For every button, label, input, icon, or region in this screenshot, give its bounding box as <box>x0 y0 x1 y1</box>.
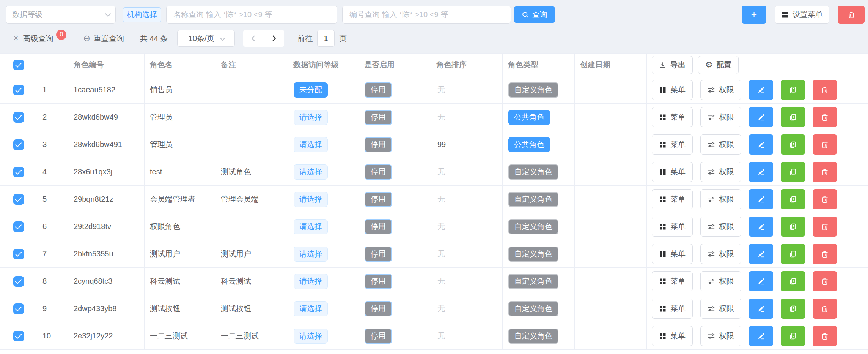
delete-button[interactable] <box>813 326 837 346</box>
copy-button[interactable] <box>781 189 805 209</box>
row-menu-button[interactable]: 菜单 <box>652 271 693 291</box>
select-all-checkbox[interactable] <box>13 60 24 70</box>
data-level-select[interactable]: 数据等级 <box>6 6 116 24</box>
row-permission-button[interactable]: 权限 <box>700 326 741 346</box>
edit-button[interactable] <box>749 244 773 264</box>
row-menu-button[interactable]: 菜单 <box>652 162 693 182</box>
page-size-select[interactable]: 10条/页 <box>177 30 235 47</box>
set-menu-button[interactable]: 设置菜单 <box>775 6 829 24</box>
copy-button[interactable] <box>781 271 805 291</box>
edit-button[interactable] <box>749 134 773 155</box>
copy-button[interactable] <box>781 80 805 100</box>
enabled-toggle-button[interactable]: 停用 <box>365 192 392 207</box>
enabled-toggle-button[interactable]: 停用 <box>365 164 392 180</box>
delete-button[interactable] <box>813 217 837 237</box>
role-type-button[interactable]: 自定义角色 <box>508 301 558 316</box>
row-menu-button[interactable]: 菜单 <box>652 217 693 237</box>
copy-button[interactable] <box>781 217 805 237</box>
access-level-button[interactable]: 请选择 <box>294 137 328 152</box>
code-search-input[interactable] <box>342 6 511 24</box>
edit-button[interactable] <box>749 299 773 319</box>
edit-button[interactable] <box>749 80 773 100</box>
enabled-toggle-button[interactable]: 停用 <box>365 274 392 289</box>
row-checkbox[interactable] <box>13 139 24 150</box>
row-permission-button[interactable]: 权限 <box>700 299 741 319</box>
enabled-toggle-button[interactable]: 停用 <box>365 137 392 152</box>
add-button[interactable]: + <box>742 6 766 24</box>
row-menu-button[interactable]: 菜单 <box>652 107 693 127</box>
edit-button[interactable] <box>749 189 773 209</box>
delete-button[interactable] <box>813 162 837 182</box>
row-menu-button[interactable]: 菜单 <box>652 326 693 346</box>
copy-button[interactable] <box>781 326 805 346</box>
edit-button[interactable] <box>749 162 773 182</box>
row-checkbox[interactable] <box>13 276 24 287</box>
edit-button[interactable] <box>749 271 773 291</box>
delete-button[interactable] <box>813 271 837 291</box>
access-level-button[interactable]: 请选择 <box>294 274 328 289</box>
delete-button[interactable] <box>813 80 837 100</box>
access-level-button[interactable]: 请选择 <box>294 110 328 125</box>
row-checkbox[interactable] <box>13 221 24 232</box>
role-type-button[interactable]: 自定义角色 <box>508 192 558 207</box>
enabled-toggle-button[interactable]: 停用 <box>365 301 392 316</box>
access-level-button[interactable]: 请选择 <box>294 329 328 344</box>
access-level-button[interactable]: 请选择 <box>294 301 328 316</box>
edit-button[interactable] <box>749 217 773 237</box>
row-permission-button[interactable]: 权限 <box>700 134 741 155</box>
reset-query-button[interactable]: ⊖ 重置查询 <box>83 33 124 44</box>
prev-page-button[interactable] <box>249 34 258 43</box>
enabled-toggle-button[interactable]: 停用 <box>365 329 392 344</box>
config-button[interactable]: ⚙ 配置 <box>698 56 739 74</box>
access-level-button[interactable]: 未分配 <box>294 82 328 98</box>
access-level-button[interactable]: 请选择 <box>294 164 328 180</box>
row-menu-button[interactable]: 菜单 <box>652 189 693 209</box>
enabled-toggle-button[interactable]: 停用 <box>365 110 392 125</box>
delete-button[interactable] <box>813 299 837 319</box>
row-checkbox[interactable] <box>13 167 24 177</box>
row-permission-button[interactable]: 权限 <box>700 189 741 209</box>
role-type-button[interactable]: 自定义角色 <box>508 329 558 344</box>
export-button[interactable]: 导出 <box>652 56 693 74</box>
role-type-button[interactable]: 自定义角色 <box>508 247 558 262</box>
role-type-button[interactable]: 公共角色 <box>508 137 550 152</box>
search-button[interactable]: 查询 <box>514 6 555 23</box>
batch-delete-button[interactable] <box>838 6 865 24</box>
access-level-button[interactable]: 请选择 <box>294 192 328 207</box>
copy-button[interactable] <box>781 162 805 182</box>
delete-button[interactable] <box>813 189 837 209</box>
row-checkbox[interactable] <box>13 85 24 95</box>
row-checkbox[interactable] <box>13 112 24 123</box>
role-type-button[interactable]: 自定义角色 <box>508 82 558 98</box>
next-page-button[interactable] <box>270 34 278 43</box>
delete-button[interactable] <box>813 107 837 127</box>
row-menu-button[interactable]: 菜单 <box>652 299 693 319</box>
name-search-input[interactable] <box>166 6 337 24</box>
org-select-button[interactable]: 机构选择 <box>123 7 161 22</box>
row-menu-button[interactable]: 菜单 <box>652 244 693 264</box>
access-level-button[interactable]: 请选择 <box>294 247 328 262</box>
role-type-button[interactable]: 公共角色 <box>508 110 550 125</box>
row-permission-button[interactable]: 权限 <box>700 162 741 182</box>
delete-button[interactable] <box>813 244 837 264</box>
enabled-toggle-button[interactable]: 停用 <box>365 82 392 98</box>
advanced-query-button[interactable]: ✳ 高级查询 0 <box>13 33 66 44</box>
copy-button[interactable] <box>781 299 805 319</box>
copy-button[interactable] <box>781 107 805 127</box>
copy-button[interactable] <box>781 134 805 155</box>
row-checkbox[interactable] <box>13 249 24 259</box>
edit-button[interactable] <box>749 107 773 127</box>
enabled-toggle-button[interactable]: 停用 <box>365 219 392 234</box>
row-checkbox[interactable] <box>13 194 24 205</box>
row-checkbox[interactable] <box>13 303 24 314</box>
row-checkbox[interactable] <box>13 331 24 341</box>
edit-button[interactable] <box>749 326 773 346</box>
row-menu-button[interactable]: 菜单 <box>652 134 693 155</box>
role-type-button[interactable]: 自定义角色 <box>508 164 558 180</box>
role-type-button[interactable]: 自定义角色 <box>508 219 558 234</box>
copy-button[interactable] <box>781 244 805 264</box>
role-type-button[interactable]: 自定义角色 <box>508 274 558 289</box>
row-permission-button[interactable]: 权限 <box>700 271 741 291</box>
row-permission-button[interactable]: 权限 <box>700 107 741 127</box>
row-permission-button[interactable]: 权限 <box>700 80 741 100</box>
